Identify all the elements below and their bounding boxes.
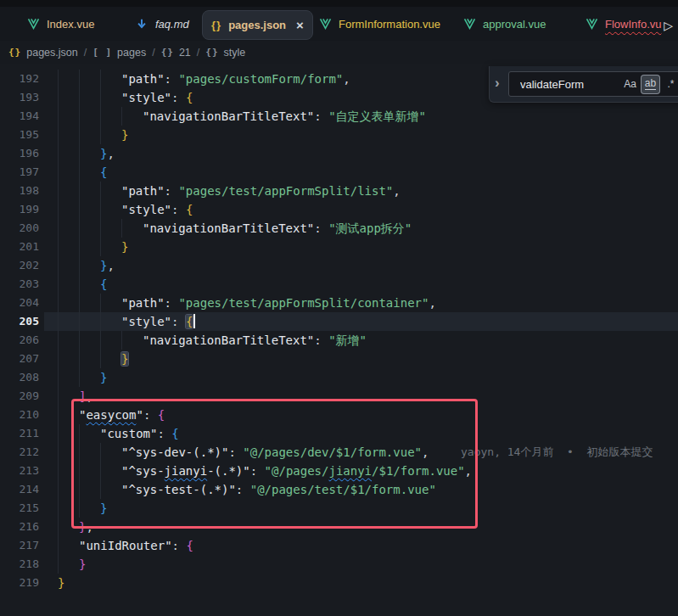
breadcrumb-separator: / xyxy=(152,47,154,59)
code-text: } xyxy=(58,574,64,592)
code-line-213[interactable]: 213"^sys-jianyi-(.*)": "@/pages/jianyi/$… xyxy=(0,462,678,480)
code-line-201[interactable]: 201} xyxy=(0,238,678,256)
code-line-199[interactable]: 199"style": { xyxy=(0,200,678,219)
indent-guide xyxy=(79,144,80,163)
tab-Index.vue[interactable]: Index.vue xyxy=(19,7,103,41)
json-braces-icon: {} xyxy=(211,19,221,31)
breadcrumb-item-21[interactable]: {}21 xyxy=(161,47,191,59)
tab-label: pages.json xyxy=(228,19,286,31)
object-icon: {} xyxy=(205,47,218,58)
code-token: "自定义表单新增" xyxy=(328,109,426,123)
line-number: 198 xyxy=(0,182,39,200)
indent-guide xyxy=(58,555,59,574)
code-line-207[interactable]: 207} xyxy=(0,350,678,368)
code-line-215[interactable]: 215} xyxy=(0,499,678,518)
code-token: jianyi xyxy=(328,464,372,478)
vue-icon xyxy=(463,18,476,30)
code-text: "path": "pages/customForm/form", xyxy=(121,70,350,88)
code-line-217[interactable]: 217"uniIdRouter": { xyxy=(0,536,678,555)
indent-guide xyxy=(58,70,59,88)
code-token: : xyxy=(172,539,187,552)
indent-guide xyxy=(58,163,59,182)
code-line-218[interactable]: 218} xyxy=(0,555,678,574)
code-line-204[interactable]: 204"path": "pages/test/appFormSplit/cont… xyxy=(0,294,678,312)
code-token: : xyxy=(314,109,328,123)
code-token: "navigationBarTitleText" xyxy=(143,333,314,347)
indent-guide xyxy=(79,126,80,144)
code-line-203[interactable]: 203{ xyxy=(0,275,678,294)
code-token: { xyxy=(100,277,107,291)
line-number: 195 xyxy=(0,126,39,144)
indent-guide xyxy=(58,238,59,256)
tab-faq.md[interactable]: faq.md xyxy=(127,7,198,41)
breadcrumb-item-style[interactable]: {}style xyxy=(205,47,245,59)
close-icon[interactable]: × xyxy=(296,19,304,31)
text-cursor xyxy=(193,314,195,328)
tab-approval.vue[interactable]: approval.vue xyxy=(455,7,554,41)
indent-guide xyxy=(100,312,101,331)
indent-guide xyxy=(79,200,80,219)
line-number: 196 xyxy=(0,144,39,163)
breadcrumb-item-pages.json[interactable]: {}pages.json xyxy=(8,47,78,59)
code-token: : xyxy=(157,427,171,440)
code-line-210[interactable]: 210"easycom": { xyxy=(0,406,678,424)
find-expand-chevron-icon[interactable]: › xyxy=(495,75,500,92)
code-line-197[interactable]: 197{ xyxy=(0,163,678,182)
code-line-214[interactable]: 214"^sys-test-(.*)": "@/pages/test/$1/fo… xyxy=(0,480,678,499)
code-token: } xyxy=(121,240,128,254)
tab-FlowInfo.vu[interactable]: FlowInfo.vu xyxy=(577,7,670,41)
code-line-202[interactable]: 202}, xyxy=(0,256,678,275)
code-line-198[interactable]: 198"path": "pages/test/appFormSplit/list… xyxy=(0,182,678,200)
code-token: , xyxy=(422,445,429,459)
code-text: } xyxy=(121,238,128,256)
code-line-211[interactable]: 211"custom": { xyxy=(0,424,678,443)
line-number: 201 xyxy=(0,238,39,256)
search-input[interactable] xyxy=(509,78,621,91)
code-editor[interactable]: 192"path": "pages/customForm/form",193"s… xyxy=(0,64,678,616)
line-number: 218 xyxy=(0,555,39,574)
code-token: { xyxy=(100,165,107,179)
regex-button[interactable]: .* xyxy=(662,76,678,93)
line-number: 219 xyxy=(0,574,39,592)
object-icon: {} xyxy=(161,47,174,58)
code-token: , xyxy=(343,72,350,86)
code-line-194[interactable]: 194"navigationBarTitleText": "自定义表单新增" xyxy=(0,107,678,126)
indent-guide xyxy=(58,499,59,518)
code-line-208[interactable]: 208} xyxy=(0,368,678,387)
match-case-button[interactable]: Aa xyxy=(621,76,639,93)
indent-guide xyxy=(58,424,59,443)
whole-word-button[interactable]: ab xyxy=(642,76,659,93)
code-line-206[interactable]: 206"navigationBarTitleText": "新增" xyxy=(0,331,678,350)
code-token: { xyxy=(186,539,193,552)
indent-guide xyxy=(79,275,80,294)
tab-pages.json[interactable]: {}pages.json× xyxy=(202,10,313,40)
code-line-205[interactable]: 205"style": { xyxy=(0,312,678,331)
indent-guide xyxy=(100,88,101,107)
indent-guide xyxy=(79,294,80,312)
code-line-216[interactable]: 216}, xyxy=(0,518,678,536)
code-line-212[interactable]: 212"^sys-dev-(.*)": "@/pages/dev/$1/form… xyxy=(0,443,678,462)
code-token: : xyxy=(314,333,328,347)
tab-FormInformation.vue[interactable]: FormInformation.vue xyxy=(311,7,449,41)
code-token: "navigationBarTitleText" xyxy=(143,221,314,235)
code-line-209[interactable]: 209], xyxy=(0,387,678,406)
tab-label: Index.vue xyxy=(47,18,94,31)
code-line-200[interactable]: 200"navigationBarTitleText": "测试app拆分" xyxy=(0,219,678,238)
indent-guide xyxy=(100,70,101,88)
line-number: 194 xyxy=(0,107,39,126)
code-line-219[interactable]: 219} xyxy=(0,574,678,592)
breadcrumb-item-pages[interactable]: [ ]pages xyxy=(92,47,146,59)
indent-guide xyxy=(79,350,80,368)
breadcrumb-separator: / xyxy=(197,47,199,59)
indent-guide xyxy=(79,219,80,238)
indent-guide xyxy=(100,462,101,480)
indent-guide xyxy=(58,200,59,219)
line-number: 199 xyxy=(0,200,39,219)
code-line-196[interactable]: 196}, xyxy=(0,144,678,163)
code-token: , xyxy=(107,259,114,272)
code-text: ], xyxy=(79,387,93,406)
code-text: "path": "pages/test/appFormSplit/list", xyxy=(121,182,401,200)
code-token: : xyxy=(236,483,250,496)
tab-label: FlowInfo.vu xyxy=(605,18,661,31)
code-line-195[interactable]: 195} xyxy=(0,126,678,144)
